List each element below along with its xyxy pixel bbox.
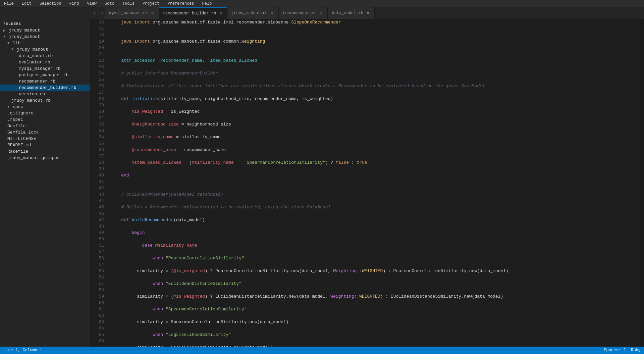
language-indicator: Ruby [631,348,641,353]
spaces-indicator: Spaces: 2 [604,348,626,353]
sidebar-item-postgres-manager[interactable]: postgres_manager.rb [0,72,90,78]
tab-recommender-label: recommender.rb [283,11,317,15]
arrow-lib: ▼ [7,41,11,45]
sidebar-version-label: version.rb [19,92,45,97]
sidebar-lib-label: lib [13,41,20,46]
sidebar-recommender-label: recommender.rb [19,79,55,84]
line-numbers: 1617181920 2122232425 2627282930 3132333… [91,19,107,347]
sidebar-item-readme[interactable]: README.md [0,142,90,148]
sidebar-item-mit-license[interactable]: MIT-LICENSE [0,136,90,142]
sidebar-mysql-manager-label: mysql_manager.rb [19,66,61,71]
tab-recommender-builder-close[interactable]: ✕ [219,10,223,16]
status-bar: Line 1, Column 1 Spaces: 2 Ruby [0,347,644,354]
sidebar-recommender-builder-label: recommender_builder.rb [19,85,76,90]
menu-tools[interactable]: Tools [121,1,136,7]
status-left: Line 1, Column 1 [3,348,42,353]
sidebar-item-jruby-mahout[interactable]: ▼ jruby_mahout [0,34,90,40]
nav-back[interactable]: ‹ [91,7,99,19]
sidebar-item-gitignore[interactable]: .gitignore [0,110,90,116]
sidebar-item-gemspec[interactable]: jruby_mahout.gemspec [0,155,90,161]
sidebar-gemspec-label: jruby_mahout.gemspec [7,155,60,160]
tab-jruby-mahout-label: jruby_mahout.rb [231,11,268,15]
sidebar-readme-label: README.md [7,143,31,148]
tab-jruby-mahout[interactable]: jruby_mahout.rb ✕ [227,7,279,19]
tab-jruby-mahout-close[interactable]: ✕ [270,10,274,16]
tab-mysql-manager-label: mysql_manager.rb [109,11,148,15]
sidebar-item-evaluator[interactable]: evaluator.rb [0,59,90,65]
sidebar-spec-label: spec [13,104,23,109]
sidebar-data-model-label: data_model.rb [19,53,53,58]
status-right: Spaces: 2 Ruby [604,348,641,353]
editor: 1617181920 2122232425 2627282930 3132333… [91,19,640,347]
sidebar-evaluator-label: evaluator.rb [19,60,50,65]
sidebar-item-recommender-builder[interactable]: recommender_builder.rb [0,85,90,91]
menu-file[interactable]: File [3,1,15,7]
sidebar-jruby-mahout-label: jruby_mahout [9,34,40,39]
sidebar-item-jruby-mahout-rb[interactable]: jruby_mahout.rb [0,97,90,104]
tab-recommender-builder-label: recommender_builder.rb [163,11,216,16]
sidebar-jruby-mahout-sub-label: jruby_mahout [17,47,48,52]
minimap [640,19,644,347]
sidebar-gitignore-label: .gitignore [7,111,34,116]
sidebar-item-lib[interactable]: ▼ lib [0,40,90,46]
menu-help[interactable]: Help [201,1,213,7]
sidebar-item-version[interactable]: version.rb [0,91,90,97]
tab-data-model-close[interactable]: ✕ [366,10,370,16]
sidebar-item-gemfile-lock[interactable]: Gemfile.lock [0,129,90,136]
menu-view[interactable]: View [86,1,98,7]
sidebar-rakefile-label: Rakefile [7,149,28,154]
arrow-jruby-mahout-sub: ▼ [11,48,15,51]
menu-bar: File Edit Selection Find View Goto Tools… [0,0,644,7]
sidebar-item-gemfile[interactable]: Gemfile [0,123,90,129]
menu-find[interactable]: Find [68,1,80,7]
sidebar-gemfile-lock-label: Gemfile.lock [7,130,39,135]
main-area: FOLDERS ▶ jruby_mahout ▼ jruby_mahout ▼ … [0,19,644,347]
sidebar-root-label: jruby_mahout [9,28,40,33]
sidebar: FOLDERS ▶ jruby_mahout ▼ jruby_mahout ▼ … [0,19,91,347]
menu-edit[interactable]: Edit [20,1,33,7]
code-content[interactable]: java_import org.apache.mahout.cf.taste.i… [107,19,640,347]
menu-goto[interactable]: Goto [103,1,116,7]
sidebar-gemfile-label: Gemfile [7,123,26,129]
cursor-position: Line 1, Column 1 [3,348,42,353]
sidebar-item-mysql-manager[interactable]: mysql_manager.rb [0,65,90,72]
sidebar-postgres-manager-label: postgres_manager.rb [19,72,68,78]
sidebar-item-root[interactable]: ▶ jruby_mahout [0,27,90,34]
code-area[interactable]: 1617181920 2122232425 2627282930 3132333… [91,19,640,347]
sidebar-item-data-model[interactable]: data_model.rb [0,53,90,59]
sidebar-jruby-mahout-rb-label: jruby_mahout.rb [11,98,51,103]
tab-recommender-builder[interactable]: recommender_builder.rb ✕ [159,7,227,19]
tab-data-model-label: data_model.rb [332,11,363,15]
sidebar-item-jruby-mahout-sub[interactable]: ▼ jruby_mahout [0,46,90,53]
menu-selection[interactable]: Selection [38,1,63,7]
arrow-icon: ▶ [3,29,7,33]
sidebar-mit-license-label: MIT-LICENSE [7,136,36,141]
sidebar-item-recommender[interactable]: recommender.rb [0,78,90,85]
sidebar-item-rspec[interactable]: .rspec [0,116,90,123]
tab-recommender-close[interactable]: ✕ [319,10,323,16]
tab-data-model[interactable]: data_model.rb ✕ [328,7,374,19]
tab-mysql-manager-close[interactable]: ✕ [150,10,154,16]
tab-recommender[interactable]: recommender.rb ✕ [279,7,328,19]
nav-forward[interactable]: › [99,7,105,19]
sidebar-rspec-label: .rspec [7,117,23,122]
arrow-spec: ▼ [7,105,11,109]
menu-preferences[interactable]: Preferences [166,1,195,7]
sidebar-item-rakefile[interactable]: Rakefile [0,148,90,155]
tab-mysql-manager[interactable]: mysql_manager.rb ✕ [105,7,159,19]
menu-project[interactable]: Project [141,1,161,7]
arrow-jruby-mahout: ▼ [3,35,7,39]
sidebar-section-folders: FOLDERS [0,19,90,27]
sidebar-item-spec[interactable]: ▼ spec [0,104,90,110]
tab-bar: ‹ › mysql_manager.rb ✕ recommender_build… [0,7,644,19]
